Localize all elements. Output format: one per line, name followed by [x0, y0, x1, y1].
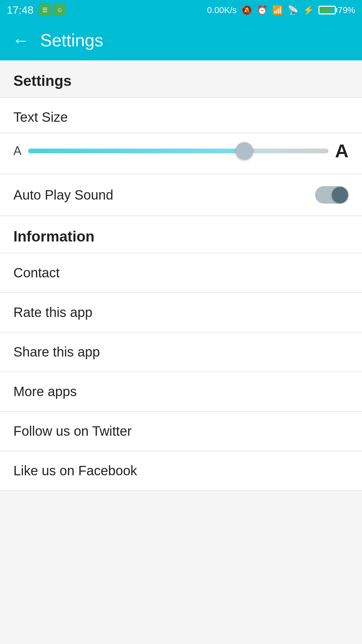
contact-label: Contact: [13, 265, 60, 280]
more-apps-row[interactable]: More apps: [0, 372, 362, 411]
wifi-icon: 📶: [272, 5, 283, 15]
battery-icon: [318, 6, 336, 14]
nav-bar: ← Settings: [0, 20, 362, 60]
charging-icon: ⚡: [303, 5, 314, 15]
auto-play-sound-toggle[interactable]: [315, 186, 349, 204]
information-section-header: Information: [0, 216, 362, 253]
auto-play-sound-label: Auto Play Sound: [13, 187, 113, 203]
slider-thumb[interactable]: [236, 142, 253, 160]
auto-play-sound-row[interactable]: Auto Play Sound: [0, 174, 362, 216]
status-app-icons: ☰ ☺: [39, 4, 66, 16]
slider-fill: [28, 149, 253, 153]
app-icon-2: ☺: [54, 4, 66, 16]
mute-icon: 🔕: [241, 5, 252, 15]
large-a-label: A: [335, 140, 349, 162]
app-icon-1: ☰: [39, 4, 51, 16]
status-bar: 17:48 ☰ ☺ 0.00K/s 🔕 ⏰ 📶 📡 ⚡ 79%: [0, 0, 362, 20]
more-apps-label: More apps: [13, 384, 77, 399]
settings-section-header: Settings: [0, 60, 362, 97]
time-display: 17:48: [7, 4, 34, 16]
facebook-row[interactable]: Like us on Facebook: [0, 451, 362, 490]
small-a-label: A: [13, 144, 21, 158]
content-area: Settings Text Size A A Auto Play Sound I…: [0, 60, 362, 491]
share-app-row[interactable]: Share this app: [0, 332, 362, 372]
toggle-thumb: [332, 187, 348, 203]
contact-row[interactable]: Contact: [0, 253, 362, 292]
facebook-label: Like us on Facebook: [13, 463, 137, 478]
share-app-label: Share this app: [13, 344, 100, 360]
text-size-slider-row: A A: [0, 133, 362, 174]
rate-app-label: Rate this app: [13, 305, 93, 320]
status-left: 17:48 ☰ ☺: [7, 4, 66, 16]
signal-icon: 📡: [288, 5, 298, 15]
battery-percent: 79%: [338, 5, 355, 15]
twitter-row[interactable]: Follow us on Twitter: [0, 412, 362, 451]
divider-after-facebook: [0, 490, 362, 491]
rate-app-row[interactable]: Rate this app: [0, 293, 362, 332]
network-speed: 0.00K/s: [207, 5, 237, 15]
twitter-label: Follow us on Twitter: [13, 424, 132, 439]
back-button[interactable]: ←: [12, 32, 29, 49]
nav-title: Settings: [40, 30, 103, 50]
text-size-slider[interactable]: [28, 149, 328, 153]
text-size-section: Text Size A A: [0, 98, 362, 174]
status-right: 0.00K/s 🔕 ⏰ 📶 📡 ⚡ 79%: [207, 5, 355, 15]
alarm-icon: ⏰: [257, 5, 267, 15]
text-size-label: Text Size: [0, 98, 362, 133]
battery-level: [320, 7, 331, 13]
battery-container: 79%: [318, 5, 355, 15]
